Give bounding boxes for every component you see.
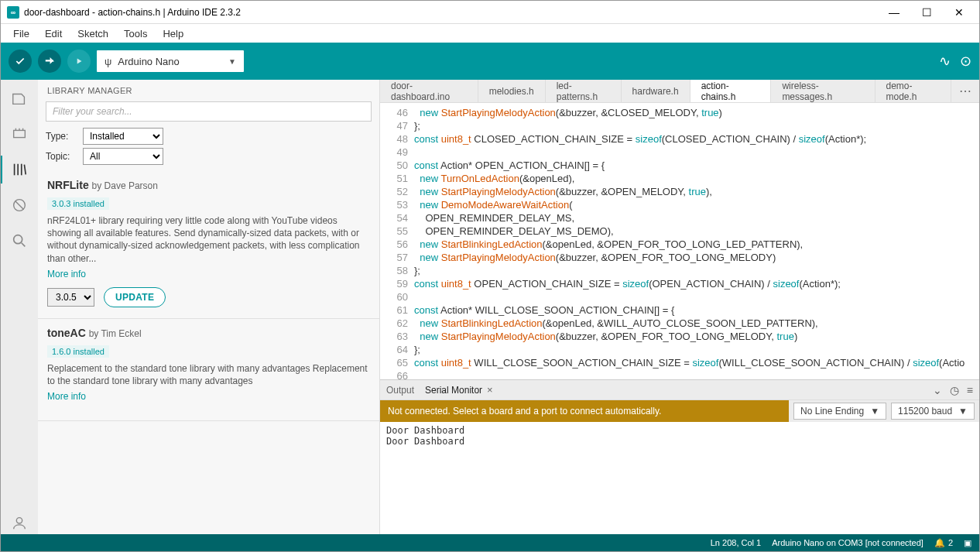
- toggle-timestamp-icon[interactable]: ◷: [950, 384, 959, 396]
- type-label: Type:: [46, 131, 77, 142]
- svg-marker-0: [77, 59, 82, 64]
- type-select[interactable]: Installed: [83, 128, 163, 145]
- debug-button[interactable]: [67, 50, 91, 73]
- statusbar: Ln 208, Col 1 Arduino Nano on COM3 [not …: [1, 534, 979, 551]
- tab-hardware-h[interactable]: hardware.h: [622, 80, 690, 102]
- topic-label: Topic:: [46, 151, 77, 162]
- installed-badge: 1.6.0 installed: [47, 345, 109, 358]
- connection-banner: Not connected. Select a board and a port…: [380, 400, 789, 422]
- more-info-link[interactable]: More info: [47, 269, 86, 279]
- chevron-down-icon: ▼: [228, 57, 236, 66]
- upload-button[interactable]: [38, 50, 61, 73]
- svg-line-12: [22, 243, 26, 247]
- library-author: by Tim Eckel: [89, 328, 142, 339]
- topic-select[interactable]: All: [83, 148, 163, 165]
- usb-icon: ψ: [105, 56, 111, 67]
- more-info-link[interactable]: More info: [47, 391, 86, 402]
- minimize-button[interactable]: —: [885, 6, 903, 19]
- titlebar: ∞ door-dashboard - action-chains.h | Ard…: [1, 1, 979, 24]
- search-icon[interactable]: [9, 230, 30, 252]
- editor-area: door-dashboard.inomelodies.hled-patterns…: [380, 80, 979, 534]
- tab-demo-mode-h[interactable]: demo-mode.h: [875, 80, 951, 102]
- bottom-panel: Output Serial Monitor × ⌄ ◷ ≡ Not connec…: [380, 379, 979, 534]
- menu-file[interactable]: File: [7, 26, 36, 41]
- library-search-input[interactable]: [46, 101, 372, 122]
- board-name: Arduino Nano: [118, 56, 222, 67]
- library-item: toneAC by Tim Eckel 1.6.0 installedRepla…: [38, 319, 379, 421]
- sketchbook-icon[interactable]: [9, 87, 30, 109]
- svg-point-11: [14, 235, 22, 244]
- menu-sketch[interactable]: Sketch: [71, 26, 115, 41]
- maximize-button[interactable]: ☐: [917, 6, 936, 19]
- update-button[interactable]: UPDATE: [104, 287, 166, 307]
- app-icon: ∞: [7, 6, 19, 19]
- svg-line-10: [15, 201, 24, 210]
- svg-line-8: [24, 165, 26, 175]
- library-description: nRF24L01+ library requiring very little …: [47, 214, 370, 265]
- editor-tabs: door-dashboard.inomelodies.hled-patterns…: [380, 80, 979, 103]
- tab-action-chains-h[interactable]: action-chains.h: [690, 80, 772, 102]
- toolbar: ψ Arduino Nano ▼ ∿ ⊙: [1, 43, 979, 80]
- library-item: NRFLite by Dave Parson 3.0.3 installednR…: [38, 171, 379, 319]
- menu-tools[interactable]: Tools: [118, 26, 153, 41]
- serial-plotter-icon[interactable]: ∿: [939, 53, 951, 70]
- svg-point-13: [16, 518, 22, 523]
- line-ending-select[interactable]: No Line Ending▼: [793, 403, 886, 420]
- library-description: Replacement to the standard tone library…: [47, 362, 370, 387]
- installed-badge: 3.0.3 installed: [47, 197, 109, 210]
- library-name: toneAC: [47, 327, 86, 339]
- tabs-overflow[interactable]: ⋯: [951, 80, 979, 102]
- cursor-position[interactable]: Ln 208, Col 1: [711, 538, 761, 547]
- tab-door-dashboard-ino[interactable]: door-dashboard.ino: [380, 80, 478, 102]
- close-icon[interactable]: ×: [487, 384, 493, 396]
- library-name: NRFLite: [47, 179, 89, 191]
- tab-wireless-messages-h[interactable]: wireless-messages.h: [771, 80, 875, 102]
- library-manager-panel: LIBRARY MANAGER Type: Installed Topic: A…: [38, 80, 380, 534]
- serial-monitor-tab[interactable]: Serial Monitor ×: [425, 384, 493, 396]
- svg-rect-1: [14, 130, 26, 137]
- version-select[interactable]: 3.0.5: [47, 288, 94, 307]
- boards-manager-icon[interactable]: [9, 123, 30, 145]
- account-icon[interactable]: [9, 513, 30, 534]
- verify-button[interactable]: [9, 50, 32, 73]
- menu-edit[interactable]: Edit: [39, 26, 68, 41]
- output-tab[interactable]: Output: [386, 385, 414, 396]
- code-editor[interactable]: 4647484950515253545556575859606162636465…: [380, 103, 979, 379]
- tab-melodies-h[interactable]: melodies.h: [478, 80, 546, 102]
- baud-select[interactable]: 115200 baud▼: [891, 403, 975, 420]
- activity-bar: [1, 80, 38, 534]
- close-panel-icon[interactable]: ▣: [964, 538, 971, 548]
- menubar: FileEditSketchToolsHelp: [1, 24, 979, 43]
- clear-output-icon[interactable]: ≡: [967, 384, 973, 396]
- window-title: door-dashboard - action-chains.h | Ardui…: [24, 7, 885, 18]
- menu-help[interactable]: Help: [156, 26, 190, 41]
- debug-icon[interactable]: [9, 194, 30, 216]
- board-selector[interactable]: ψ Arduino Nano ▼: [97, 50, 244, 72]
- notifications[interactable]: 🔔 2: [934, 538, 953, 548]
- serial-output[interactable]: Door Dashboard Door Dashboard: [380, 422, 979, 534]
- panel-title: LIBRARY MANAGER: [38, 80, 379, 100]
- close-button[interactable]: ✕: [950, 6, 968, 19]
- toggle-autoscroll-icon[interactable]: ⌄: [933, 384, 942, 396]
- serial-monitor-icon[interactable]: ⊙: [960, 53, 971, 70]
- board-status[interactable]: Arduino Nano on COM3 [not connected]: [772, 538, 923, 547]
- library-author: by Dave Parson: [92, 180, 158, 191]
- tab-led-patterns-h[interactable]: led-patterns.h: [546, 80, 622, 102]
- library-manager-icon[interactable]: [9, 159, 30, 180]
